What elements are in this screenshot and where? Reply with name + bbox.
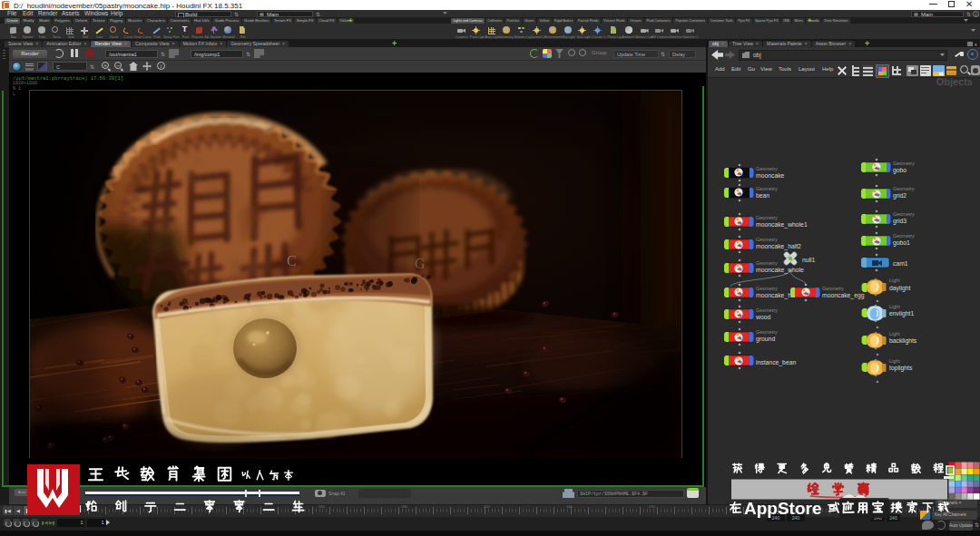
svg-text:null1: null1 (802, 257, 816, 263)
svg-text:instance_bean: instance_bean (756, 359, 796, 366)
svg-text:backlights: backlights (889, 337, 917, 345)
svg-text:Geometry: Geometry (893, 233, 915, 239)
svg-text:daylight: daylight (889, 285, 911, 292)
svg-text:Geometry: Geometry (756, 260, 778, 266)
svg-text:Geometry: Geometry (893, 161, 915, 166)
svg-text:G: G (415, 256, 426, 271)
svg-text:ground: ground (756, 336, 775, 343)
svg-text:mooncake: mooncake (756, 172, 785, 179)
svg-text:Geometry: Geometry (756, 329, 778, 335)
svg-text:grid3: grid3 (893, 218, 906, 225)
svg-text:Light: Light (889, 331, 900, 336)
svg-text:Geometry: Geometry (822, 286, 844, 291)
svg-text:Geometry: Geometry (756, 215, 778, 220)
svg-text:Geometry: Geometry (756, 307, 778, 313)
svg-text:mooncake_whole: mooncake_whole (756, 267, 804, 274)
svg-text:toplights: toplights (889, 365, 913, 372)
svg-text:bean: bean (756, 192, 769, 199)
svg-text:Light: Light (889, 278, 900, 283)
svg-text:Geometry: Geometry (756, 237, 778, 242)
svg-text:gobo1: gobo1 (893, 239, 910, 247)
svg-text:Light: Light (889, 358, 900, 364)
svg-text:mooncake_whole1: mooncake_whole1 (756, 221, 808, 229)
svg-text:cam1: cam1 (893, 260, 908, 267)
svg-text:Geometry: Geometry (756, 186, 778, 191)
svg-text:Geometry: Geometry (756, 166, 778, 171)
svg-text:Light: Light (889, 304, 900, 309)
svg-text:Geometry: Geometry (756, 286, 778, 291)
svg-text:Geometry: Geometry (893, 211, 915, 217)
svg-text:envlight1: envlight1 (889, 310, 914, 317)
svg-text:Geometry: Geometry (893, 186, 915, 191)
svg-text:mooncake_half2: mooncake_half2 (756, 243, 801, 250)
svg-text:gobo: gobo (893, 167, 906, 174)
svg-text:grid2: grid2 (893, 192, 906, 200)
svg-text:C: C (287, 253, 297, 268)
svg-text:Objects: Objects (936, 78, 973, 87)
svg-text:mooncake_egg: mooncake_egg (822, 292, 865, 299)
svg-text:wood: wood (755, 314, 770, 320)
